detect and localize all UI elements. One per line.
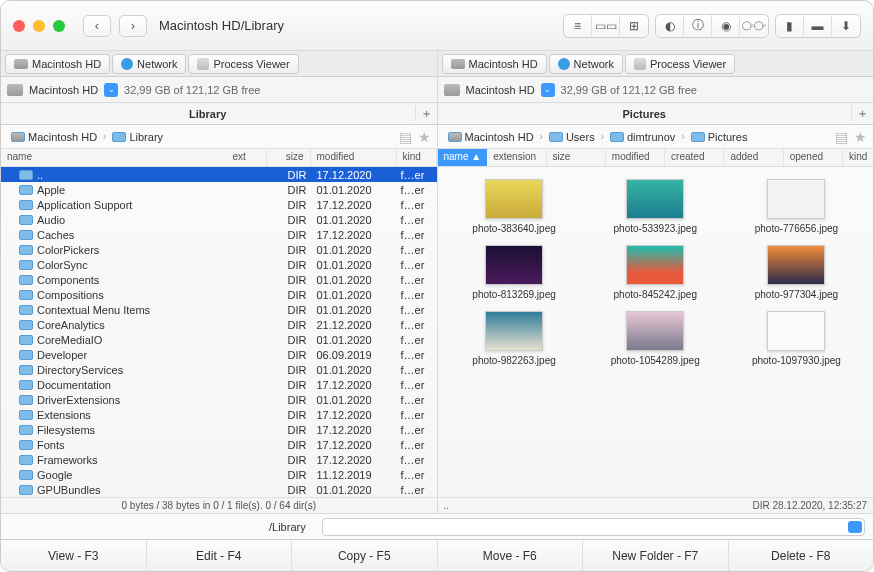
view-list-button[interactable]: ≡ [564, 15, 592, 37]
folder-icon [19, 410, 33, 420]
file-row[interactable]: GoogleDIR11.12.2019f…er [1, 467, 437, 482]
right-icon-view[interactable]: photo-383640.jpegphoto-533923.jpegphoto-… [438, 167, 874, 497]
thumbnail[interactable]: photo-1097930.jpeg [728, 311, 865, 367]
thumbnail[interactable]: photo-982263.jpeg [446, 311, 583, 367]
tab-network[interactable]: Network [112, 54, 186, 74]
right-breadcrumb: Macintosh HD › Users › dimtrunov › Pictu… [438, 125, 874, 149]
crumb-hd[interactable]: Macintosh HD [444, 129, 538, 145]
file-row[interactable]: FrameworksDIR17.12.2020f…er [1, 452, 437, 467]
file-row[interactable]: DocumentationDIR17.12.2020f…er [1, 377, 437, 392]
drive-name[interactable]: Macintosh HD [466, 84, 535, 96]
file-row[interactable]: CompositionsDIR01.01.2020f…er [1, 287, 437, 302]
favorite-icon[interactable]: ★ [418, 129, 431, 145]
file-row[interactable]: Application SupportDIR17.12.2020f…er [1, 197, 437, 212]
thumbnail[interactable]: photo-383640.jpeg [446, 179, 583, 235]
tab-process-viewer[interactable]: Process Viewer [188, 54, 298, 74]
path-bar: /Library [1, 513, 873, 539]
drive-menu-button[interactable]: ⌄ [104, 83, 118, 97]
bottom-button[interactable]: Delete - F8 [729, 540, 874, 571]
traffic-lights [13, 20, 65, 32]
col-size[interactable]: size [267, 149, 311, 166]
path-input[interactable] [322, 518, 865, 536]
col-modified[interactable]: modified [311, 149, 397, 166]
maximize-icon[interactable] [53, 20, 65, 32]
tab-process-viewer[interactable]: Process Viewer [625, 54, 735, 74]
col-created[interactable]: created [665, 149, 724, 166]
bottom-button[interactable]: Copy - F5 [292, 540, 438, 571]
tab-network[interactable]: Network [549, 54, 623, 74]
file-row[interactable]: DirectoryServicesDIR01.01.2020f…er [1, 362, 437, 377]
col-kind[interactable]: kind [397, 149, 437, 166]
crumb-library[interactable]: Library [108, 129, 167, 145]
col-opened[interactable]: opened [784, 149, 843, 166]
nav-back-button[interactable]: ‹ [83, 15, 111, 37]
col-name[interactable]: name [1, 149, 227, 166]
thumbnail[interactable]: photo-533923.jpeg [587, 179, 724, 235]
tab-macintosh-hd[interactable]: Macintosh HD [442, 54, 547, 74]
col-kind[interactable]: kind [843, 149, 873, 166]
crumb-users[interactable]: Users [545, 129, 599, 145]
folder-icon[interactable]: ▬ [804, 15, 832, 37]
view-icons-button[interactable]: ⊞ [620, 15, 648, 37]
col-size[interactable]: size [547, 149, 606, 166]
bottom-button[interactable]: New Folder - F7 [583, 540, 729, 571]
crumb-pictures[interactable]: Pictures [687, 129, 752, 145]
view-columns-button[interactable]: ▭▭ [592, 15, 620, 37]
col-name[interactable]: name ▲ [438, 149, 488, 166]
drive-menu-button[interactable]: ⌄ [541, 83, 555, 97]
bottom-button[interactable]: Move - F6 [438, 540, 584, 571]
bottom-button[interactable]: Edit - F4 [147, 540, 293, 571]
file-row[interactable]: ColorPickersDIR01.01.2020f…er [1, 242, 437, 257]
left-file-list[interactable]: ..DIR17.12.2020f…erAppleDIR01.01.2020f…e… [1, 167, 437, 497]
close-icon[interactable] [13, 20, 25, 32]
crumb-user[interactable]: dimtrunov [606, 129, 679, 145]
file-row[interactable]: AppleDIR01.01.2020f…er [1, 182, 437, 197]
col-modified[interactable]: modified [606, 149, 665, 166]
hd-icon [14, 59, 28, 69]
minimize-icon[interactable] [33, 20, 45, 32]
file-row[interactable]: DeveloperDIR06.09.2019f…er [1, 347, 437, 362]
column-toggle-icon[interactable]: ▤ [399, 129, 412, 145]
crumb-hd[interactable]: Macintosh HD [7, 129, 101, 145]
thumbnail[interactable]: photo-776656.jpeg [728, 179, 865, 235]
file-row[interactable]: AudioDIR01.01.2020f…er [1, 212, 437, 227]
left-drivebar: Macintosh HD ⌄ 32,99 GB of 121,12 GB fre… [1, 77, 437, 103]
column-toggle-icon[interactable]: ▤ [835, 129, 848, 145]
file-row[interactable]: CoreMediaIODIR01.01.2020f…er [1, 332, 437, 347]
col-extension[interactable]: extension [487, 149, 546, 166]
col-added[interactable]: added [724, 149, 783, 166]
file-row[interactable]: GPUBundlesDIR01.01.2020f…er [1, 482, 437, 497]
binoculars-icon[interactable]: ⧂⧂ [740, 15, 768, 37]
folder-icon [19, 380, 33, 390]
drive-name[interactable]: Macintosh HD [29, 84, 98, 96]
thumbnail[interactable]: photo-813269.jpeg [446, 245, 583, 301]
network-icon [558, 58, 570, 70]
file-row[interactable]: ExtensionsDIR17.12.2020f…er [1, 407, 437, 422]
toggle-icon[interactable]: ◐ [656, 15, 684, 37]
thumbnail[interactable]: photo-977304.jpeg [728, 245, 865, 301]
thumbnail[interactable]: photo-1054289.jpeg [587, 311, 724, 367]
col-ext[interactable]: ext [227, 149, 267, 166]
thumbnail[interactable]: photo-845242.jpeg [587, 245, 724, 301]
file-row[interactable]: CachesDIR17.12.2020f…er [1, 227, 437, 242]
right-add-tab-button[interactable]: ＋ [851, 106, 873, 121]
file-row[interactable]: FilesystemsDIR17.12.2020f…er [1, 422, 437, 437]
eye-icon[interactable]: ◉ [712, 15, 740, 37]
file-row[interactable]: Contextual Menu ItemsDIR01.01.2020f…er [1, 302, 437, 317]
info-icon[interactable]: ⓘ [684, 15, 712, 37]
folder-icon [19, 485, 33, 495]
file-row[interactable]: DriverExtensionsDIR01.01.2020f…er [1, 392, 437, 407]
file-row[interactable]: ..DIR17.12.2020f…er [1, 167, 437, 182]
bottom-button[interactable]: View - F3 [1, 540, 147, 571]
archive-icon[interactable]: ▮ [776, 15, 804, 37]
file-row[interactable]: ComponentsDIR01.01.2020f…er [1, 272, 437, 287]
file-row[interactable]: CoreAnalyticsDIR21.12.2020f…er [1, 317, 437, 332]
file-row[interactable]: FontsDIR17.12.2020f…er [1, 437, 437, 452]
nav-forward-button[interactable]: › [119, 15, 147, 37]
tab-macintosh-hd[interactable]: Macintosh HD [5, 54, 110, 74]
favorite-icon[interactable]: ★ [854, 129, 867, 145]
download-icon[interactable]: ⬇ [832, 15, 860, 37]
left-add-tab-button[interactable]: ＋ [415, 106, 437, 121]
file-row[interactable]: ColorSyncDIR01.01.2020f…er [1, 257, 437, 272]
folder-icon [549, 132, 563, 142]
